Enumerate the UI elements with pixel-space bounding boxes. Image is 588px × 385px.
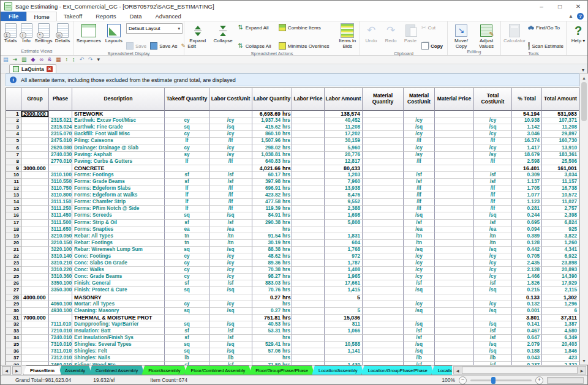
cell-material-cost-unit[interactable]: /cy (404, 118, 435, 124)
cell-material-quantity[interactable] (363, 118, 404, 124)
cell-takeoff-quantity[interactable]: sf (165, 172, 209, 179)
row-number[interactable]: 7 (6, 152, 21, 159)
tab-reports[interactable]: Reports (89, 12, 123, 21)
cell-material-cost-unit[interactable]: /lf (404, 192, 435, 199)
cell-labor-quantity[interactable]: 57.06hrs (252, 348, 292, 355)
col-rownum[interactable] (6, 88, 21, 111)
cell-labor-cost-unit[interactable]: /lb (209, 355, 252, 362)
row-number[interactable]: 3 (6, 124, 21, 131)
cell-material-quantity[interactable] (363, 240, 404, 247)
cell-labor-price[interactable] (292, 260, 325, 267)
cell-material-quantity[interactable] (363, 152, 404, 159)
sheet-tab-floor-assembly[interactable]: Floor/Assembly (141, 365, 187, 375)
cell-labor-quantity[interactable]: 883.03hrs (252, 280, 292, 287)
cell-takeoff-quantity[interactable]: lb (165, 355, 209, 362)
cell-labor-cost-unit[interactable]: /cy (209, 144, 252, 151)
tab-data[interactable]: Data (123, 12, 148, 21)
cell-takeoff-quantity[interactable]: sf (165, 220, 209, 226)
cell-material-cost-unit[interactable]: /cy (404, 253, 435, 260)
cell-material-cost-unit[interactable]: /lb (404, 355, 435, 362)
close-tab-icon[interactable]: ✕ (47, 66, 53, 72)
cell-labor-quantity[interactable]: 529.41hrs (252, 342, 292, 348)
cell-labor-cost-unit[interactable]: /lf (209, 199, 252, 206)
cell-labor-amount[interactable]: 1,698 (325, 212, 363, 219)
cell-labor-amount[interactable]: 5 (325, 294, 363, 301)
cell-labor-amount[interactable]: 17,202 (325, 131, 363, 138)
cell-total-cost-unit[interactable]: /sq (474, 321, 512, 328)
cell-takeoff-quantity[interactable]: sq (165, 247, 209, 253)
redo-button[interactable]: ↷ Redo (381, 23, 401, 44)
minimize-button[interactable]: – (532, 1, 551, 12)
cell-labor-cost-unit[interactable]: /cy (209, 118, 252, 124)
cell-material-quantity[interactable] (363, 206, 404, 212)
cell-labor-cost-unit[interactable]: /sq (209, 247, 252, 253)
cell-labor-amount[interactable]: 1,141 (325, 348, 363, 355)
cell-total-amount[interactable]: 2,398 (542, 212, 579, 219)
sheet-tab-combined-assembly[interactable]: Combined Assembly (89, 365, 145, 375)
cell-percent-total[interactable]: 1.077 (512, 192, 542, 199)
takeoff-icon[interactable]: ⇥ (13, 56, 18, 63)
cell-takeoff-quantity[interactable]: cy (165, 144, 209, 151)
cell-total-amount[interactable]: 25,506 (542, 159, 579, 165)
items-in-bids-button[interactable]: Items in Bids (337, 23, 358, 49)
cell-total-cost-unit[interactable]: /sf (474, 172, 512, 179)
cell-material-cost-unit[interactable]: /sq (404, 212, 435, 219)
cell-labor-cost-unit[interactable]: /lf (209, 159, 252, 165)
cell-description[interactable]: Paving: Curbs & Gutters (72, 159, 165, 165)
tab-takeoff[interactable]: Takeoff (57, 12, 89, 21)
row-number[interactable]: 20 (6, 240, 21, 247)
cell-labor-price[interactable] (292, 315, 325, 321)
cell-takeoff-quantity[interactable]: lf (165, 192, 209, 199)
cell-phase[interactable]: 3110.800 (49, 192, 72, 199)
sheet-tab-floor-groupphase-phase[interactable]: Floor/GroupPhase/Phase (249, 365, 315, 375)
cell-phase[interactable]: 2315.021 (49, 118, 72, 124)
cell-labor-amount[interactable]: 604 (325, 240, 363, 247)
cell-labor-amount[interactable]: 11,208 (325, 124, 363, 131)
cell-group[interactable] (21, 118, 49, 124)
col-percent-total[interactable]: % Total (512, 88, 542, 111)
cell-group[interactable] (21, 253, 49, 260)
cell-takeoff-quantity[interactable] (165, 294, 209, 301)
cell-labor-price[interactable] (292, 280, 325, 287)
row-number[interactable]: 27 (6, 287, 21, 294)
collapse-button[interactable]: Collapse (209, 23, 236, 44)
cell-percent-total[interactable]: 2.079 (512, 342, 542, 348)
cell-labor-price[interactable] (292, 253, 325, 260)
cell-labor-quantity[interactable]: 70.76hrs (252, 287, 292, 294)
cell-takeoff-quantity[interactable]: sq (165, 342, 209, 348)
cell-description[interactable]: Paving: Asphalt (72, 152, 165, 159)
cell-percent-total[interactable]: 0.281 (512, 206, 542, 212)
row-number[interactable]: 24 (6, 267, 21, 274)
cell-labor-cost-unit[interactable]: /sq (209, 124, 252, 131)
cell-labor-price[interactable] (292, 179, 325, 185)
cell-labor-amount[interactable]: 40,452 (325, 118, 363, 124)
close-button[interactable]: ✕ (569, 1, 587, 12)
cell-description[interactable]: Drainage: Drainage @ Slab (72, 144, 165, 151)
cell-group[interactable] (21, 138, 49, 144)
cell-material-price[interactable] (435, 185, 474, 192)
cell-percent-total[interactable]: 54.194 (512, 111, 542, 118)
cell-takeoff-quantity[interactable]: cy (165, 118, 209, 124)
cell-material-quantity[interactable] (363, 260, 404, 267)
cell-labor-cost-unit[interactable]: /sq (209, 342, 252, 348)
cell-total-cost-unit[interactable]: /sf (474, 328, 512, 335)
cell-material-cost-unit[interactable] (404, 294, 435, 301)
cell-group[interactable] (21, 206, 49, 212)
cell-group[interactable] (21, 159, 49, 165)
scroll-right-icon[interactable]: ▶ (578, 368, 586, 373)
cell-material-cost-unit[interactable]: /cy (404, 144, 435, 151)
cell-labor-cost-unit[interactable]: /sf (209, 280, 252, 287)
scroll-left-icon[interactable]: ◀ (454, 368, 461, 373)
cell-total-amount[interactable]: 183,361 (542, 152, 579, 159)
row-number[interactable]: 9 (6, 165, 21, 172)
cell-labor-price[interactable] (292, 267, 325, 274)
cell-percent-total[interactable]: 0.043 (512, 355, 542, 362)
cell-description[interactable]: CONCRETE (72, 165, 165, 172)
cell-phase[interactable]: 4060.100 (49, 301, 72, 308)
row-number[interactable]: 18 (6, 226, 21, 233)
cell-phase[interactable]: 3220.100 (49, 247, 72, 253)
cell-material-quantity[interactable] (363, 355, 404, 362)
cell-takeoff-quantity[interactable]: sq (165, 321, 209, 328)
cell-material-price[interactable] (435, 328, 474, 335)
cell-labor-cost-unit[interactable]: /cy (209, 301, 252, 308)
